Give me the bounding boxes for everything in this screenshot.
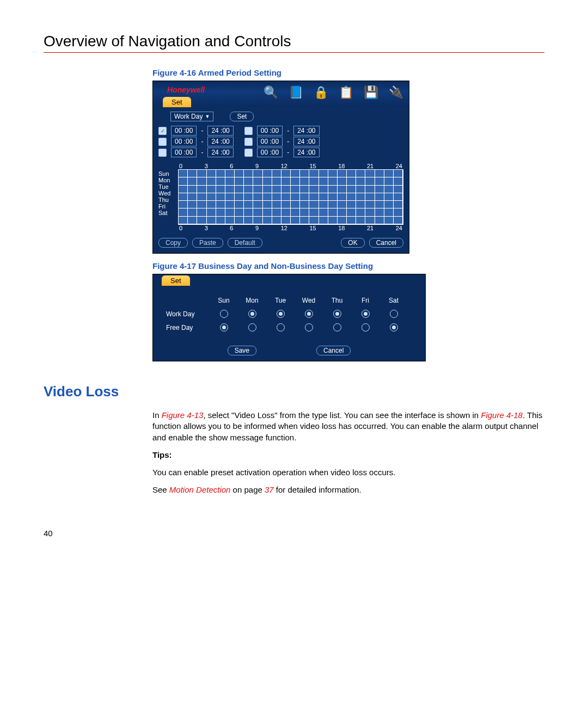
- day-header: Tue: [266, 297, 295, 304]
- time-to[interactable]: 24 :00: [293, 148, 319, 157]
- brand-logo: Honeywell: [167, 85, 205, 94]
- tips-label: Tips:: [152, 450, 544, 461]
- save-button[interactable]: Save: [228, 346, 256, 355]
- time-from[interactable]: 00 :00: [257, 148, 283, 157]
- time-from[interactable]: 00 :00: [171, 148, 197, 157]
- period-row: 00 :00 - 24 :00: [158, 137, 234, 146]
- power-icon[interactable]: 🔌: [388, 85, 403, 101]
- motion-detection-link[interactable]: Motion Detection: [169, 485, 231, 494]
- period-checkbox[interactable]: [244, 149, 253, 157]
- chevron-down-icon: ▼: [205, 114, 210, 119]
- time-to[interactable]: 24 :00: [293, 126, 319, 136]
- workday-dropdown[interactable]: Work Day▼: [170, 112, 213, 121]
- list-icon[interactable]: 📋: [338, 85, 353, 101]
- figure-4-16-caption: Figure 4-16 Armed Period Setting: [152, 68, 544, 77]
- set-button[interactable]: Set: [230, 112, 254, 121]
- period-checkbox[interactable]: [244, 127, 253, 135]
- lock-icon[interactable]: 🔒: [313, 85, 328, 101]
- hour-ticks-bottom: 03691215182124: [178, 225, 403, 231]
- freeday-radio-tue[interactable]: [277, 323, 285, 332]
- day-header: Thu: [323, 297, 351, 304]
- day-label: Sun: [158, 170, 178, 177]
- set-tab[interactable]: Set: [163, 97, 191, 107]
- day-header: Fri: [351, 297, 379, 304]
- cancel-button[interactable]: Cancel: [316, 346, 351, 355]
- time-to[interactable]: 24 :00: [207, 126, 233, 136]
- tips-text: You can enable preset activation operati…: [152, 467, 544, 478]
- search-icon[interactable]: 🔍: [263, 85, 278, 101]
- freeday-radio-fri[interactable]: [362, 323, 370, 332]
- day-header: Sun: [210, 297, 238, 304]
- info-icon[interactable]: 📘: [288, 85, 303, 101]
- period-checkbox[interactable]: [244, 138, 253, 146]
- time-from[interactable]: 00 :00: [257, 137, 283, 146]
- toolbar-icons: 🔍 📘 🔒 📋 💾 🔌: [263, 85, 403, 101]
- workday-radio-fri[interactable]: [362, 310, 370, 318]
- day-label: Mon: [158, 177, 178, 183]
- figure-4-13-link[interactable]: Figure 4-13: [162, 410, 204, 420]
- figure-4-17-caption: Figure 4-17 Business Day and Non-Busines…: [152, 261, 544, 271]
- workday-radio-thu[interactable]: [333, 310, 341, 318]
- workday-radio-tue[interactable]: [277, 310, 285, 318]
- period-row: 00 :00 - 24 :00: [244, 126, 320, 136]
- page-title: Overview of Navigation and Controls: [44, 33, 544, 50]
- day-label: Thu: [158, 197, 178, 203]
- freeday-radio-sat[interactable]: [390, 323, 398, 332]
- see-reference: See Motion Detection on page 37 for deta…: [152, 484, 544, 495]
- freeday-radio-thu[interactable]: [333, 323, 341, 332]
- time-to[interactable]: 24 :00: [293, 137, 319, 146]
- day-header: Mon: [238, 297, 266, 304]
- title-rule: [44, 52, 544, 53]
- day-label: Tue: [158, 183, 178, 190]
- video-loss-heading: Video Loss: [44, 383, 544, 400]
- paste-button[interactable]: Paste: [192, 238, 223, 248]
- period-row: 00 :00 - 24 :00: [244, 137, 320, 146]
- period-checkbox[interactable]: [158, 149, 167, 157]
- set-tab[interactable]: Set: [162, 275, 190, 286]
- day-header: Wed: [295, 297, 323, 304]
- workday-radio-wed[interactable]: [305, 310, 313, 318]
- freeday-radio-wed[interactable]: [305, 323, 313, 332]
- copy-button[interactable]: Copy: [158, 238, 188, 248]
- figure-4-18-link[interactable]: Figure 4-18: [481, 410, 523, 420]
- period-columns: ✓ 00 :00 - 24 :00 00 :00 - 24 :00 00 :00…: [158, 125, 403, 158]
- time-to[interactable]: 24 :00: [207, 137, 233, 146]
- video-loss-paragraph: In Figure 4-13, select "Video Loss" from…: [152, 410, 544, 443]
- storage-icon[interactable]: 💾: [363, 85, 378, 101]
- day-label: Wed: [158, 190, 178, 197]
- cancel-button[interactable]: Cancel: [369, 238, 403, 248]
- time-from[interactable]: 00 :00: [257, 126, 283, 136]
- period-row: 00 :00 - 24 :00: [244, 148, 320, 157]
- period-checkbox[interactable]: ✓: [158, 127, 167, 135]
- page-number: 40: [44, 529, 544, 538]
- armed-period-panel: Honeywell 🔍 📘 🔒 📋 💾 🔌 Set Work Day▼ Set …: [152, 81, 409, 254]
- time-from[interactable]: 00 :00: [171, 126, 197, 136]
- period-checkbox[interactable]: [158, 138, 167, 146]
- time-from[interactable]: 00 :00: [171, 137, 197, 146]
- freeday-radio-sun[interactable]: [220, 323, 228, 332]
- panel-header: Honeywell 🔍 📘 🔒 📋 💾 🔌 Set: [153, 81, 409, 107]
- page-37-link[interactable]: 37: [265, 485, 274, 494]
- period-row: ✓ 00 :00 - 24 :00: [158, 126, 234, 136]
- business-day-panel: Set Sun Mon Tue Wed Thu Fri Sat Work Day…: [152, 274, 426, 361]
- time-grid[interactable]: [178, 169, 403, 225]
- schedule-grid: Sun Mon Tue Wed Thu Fri Sat 036912151821…: [158, 163, 403, 231]
- freeday-label: Free Day: [166, 324, 210, 332]
- time-to[interactable]: 24 :00: [207, 148, 233, 157]
- day-header: Sat: [379, 297, 408, 304]
- workday-radio-mon[interactable]: [248, 310, 256, 318]
- day-label: Sat: [158, 210, 178, 216]
- hour-ticks-top: 03691215182124: [178, 163, 403, 169]
- workday-radio-sun[interactable]: [220, 310, 228, 318]
- period-row: 00 :00 - 24 :00: [158, 148, 234, 157]
- ok-button[interactable]: OK: [341, 238, 364, 248]
- freeday-radio-mon[interactable]: [248, 323, 256, 332]
- default-button[interactable]: Default: [228, 238, 262, 248]
- workday-radio-sat[interactable]: [390, 310, 398, 318]
- workday-label: Work Day: [166, 310, 210, 318]
- day-label: Fri: [158, 203, 178, 210]
